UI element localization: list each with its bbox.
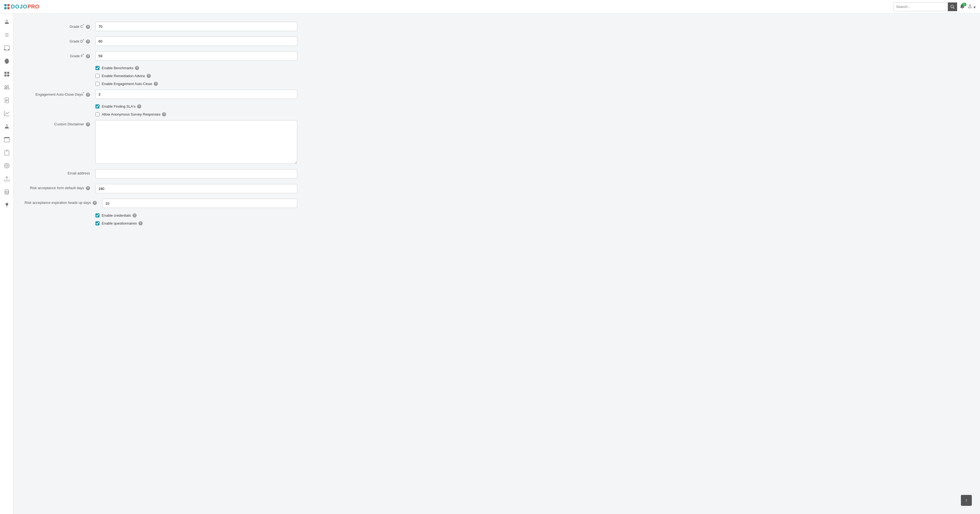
enable-credentials-checkbox[interactable] bbox=[95, 213, 100, 217]
grade-c-label: Grade C* ? bbox=[25, 22, 95, 29]
sidebar-item-dashboard[interactable] bbox=[3, 18, 11, 25]
risk-days-group: Risk acceptance form default days ? bbox=[25, 184, 297, 193]
brand: DOJO PRO bbox=[4, 3, 39, 10]
enable-sla-group: Enable Finding SLA's ? bbox=[25, 105, 297, 108]
sidebar bbox=[0, 14, 14, 514]
user-menu-button[interactable]: ▾ bbox=[967, 4, 976, 10]
logo-squares bbox=[4, 4, 10, 10]
sidebar-item-calendar[interactable] bbox=[3, 136, 11, 143]
sidebar-item-team[interactable] bbox=[3, 83, 11, 91]
email-group: Email address bbox=[25, 169, 297, 179]
sidebar-item-user[interactable] bbox=[3, 123, 11, 130]
allow-anonymous-help-icon[interactable]: ? bbox=[162, 112, 166, 116]
enable-benchmarks-group: Enable Benchmarks ? bbox=[25, 66, 297, 70]
enable-remediation-checkbox[interactable] bbox=[95, 74, 100, 78]
grade-d-label: Grade D* ? bbox=[25, 36, 95, 44]
enable-benchmarks-help-icon[interactable]: ? bbox=[135, 66, 139, 70]
enable-remediation-label: Enable Remediation Advice bbox=[102, 74, 145, 78]
risk-days-input[interactable] bbox=[95, 184, 297, 193]
search-container bbox=[893, 2, 957, 11]
navbar-right: 0 ▾ bbox=[893, 2, 976, 11]
engagement-days-group: Engagement Auto-Close Days* ? bbox=[25, 90, 297, 99]
enable-questionnaires-help-icon[interactable]: ? bbox=[138, 221, 143, 225]
enable-benchmarks-label: Enable Benchmarks bbox=[102, 66, 133, 70]
sidebar-item-analytics[interactable] bbox=[3, 109, 11, 117]
logo-sq-teal-2 bbox=[4, 7, 6, 9]
risk-expiry-group: Risk acceptance expiration heads up days… bbox=[25, 199, 297, 208]
enable-remediation-group: Enable Remediation Advice ? bbox=[25, 74, 297, 78]
enable-sla-help-icon[interactable]: ? bbox=[137, 105, 141, 108]
logo: DOJO PRO bbox=[4, 3, 39, 10]
engagement-days-input[interactable] bbox=[95, 90, 297, 99]
enable-benchmarks-checkbox[interactable] bbox=[95, 66, 100, 70]
grade-d-group: Grade D* ? bbox=[25, 36, 297, 46]
notification-badge: 0 bbox=[962, 3, 966, 6]
enable-auto-close-checkbox[interactable] bbox=[95, 82, 100, 86]
risk-days-help-icon[interactable]: ? bbox=[86, 186, 90, 190]
custom-disclaimer-textarea[interactable] bbox=[95, 120, 297, 164]
risk-expiry-help-icon[interactable]: ? bbox=[93, 201, 97, 205]
search-button[interactable] bbox=[948, 2, 957, 11]
custom-disclaimer-label: Custom Disclaimer ? bbox=[25, 120, 95, 127]
notifications-button[interactable]: 0 bbox=[960, 4, 965, 10]
custom-disclaimer-help-icon[interactable]: ? bbox=[86, 122, 90, 127]
sidebar-item-plugin[interactable] bbox=[3, 201, 11, 209]
engagement-days-help-icon[interactable]: ? bbox=[86, 93, 90, 97]
sidebar-item-reports[interactable] bbox=[3, 97, 11, 104]
logo-sq-teal-1 bbox=[4, 4, 6, 6]
main-content: Grade C* ? Grade D* ? Grade F* ? Enable … bbox=[14, 14, 980, 514]
enable-credentials-label: Enable credentials bbox=[102, 213, 131, 217]
grade-f-input[interactable] bbox=[95, 51, 297, 60]
enable-credentials-group: Enable credentials ? bbox=[25, 213, 297, 217]
sidebar-item-settings[interactable] bbox=[3, 162, 11, 170]
enable-auto-close-help-icon[interactable]: ? bbox=[154, 82, 158, 86]
grade-f-group: Grade F* ? bbox=[25, 51, 297, 60]
risk-expiry-label: Risk acceptance expiration heads up days… bbox=[25, 199, 102, 205]
grade-f-label: Grade F* ? bbox=[25, 51, 95, 58]
logo-pro-text: PRO bbox=[27, 3, 39, 10]
logo-sq-red-1 bbox=[7, 4, 10, 6]
enable-auto-close-label: Enable Engagement Auto-Close bbox=[102, 82, 152, 86]
enable-remediation-help-icon[interactable]: ? bbox=[147, 74, 151, 78]
sidebar-item-bugs[interactable] bbox=[3, 57, 11, 65]
logo-sq-red-2 bbox=[7, 7, 10, 9]
search-icon bbox=[951, 5, 955, 9]
risk-days-label: Risk acceptance form default days ? bbox=[25, 184, 95, 190]
grade-c-input[interactable] bbox=[95, 22, 297, 31]
logo-dojo-text: DOJO bbox=[11, 3, 27, 10]
email-input[interactable] bbox=[95, 169, 297, 179]
settings-form: Grade C* ? Grade D* ? Grade F* ? Enable … bbox=[25, 22, 297, 225]
allow-anonymous-checkbox[interactable] bbox=[95, 112, 100, 116]
enable-sla-checkbox[interactable] bbox=[95, 105, 100, 108]
sidebar-item-upload[interactable] bbox=[3, 175, 11, 182]
enable-auto-close-group: Enable Engagement Auto-Close ? bbox=[25, 82, 297, 86]
sidebar-item-inbox[interactable] bbox=[3, 44, 11, 52]
grade-d-help-icon[interactable]: ? bbox=[86, 40, 90, 44]
sidebar-item-database[interactable] bbox=[3, 188, 11, 196]
enable-questionnaires-checkbox[interactable] bbox=[95, 221, 100, 225]
user-avatar-icon bbox=[967, 4, 972, 9]
custom-disclaimer-group: Custom Disclaimer ? bbox=[25, 120, 297, 164]
allow-anonymous-label: Allow Anonymous Survey Responses bbox=[102, 112, 160, 116]
search-input[interactable] bbox=[893, 2, 948, 11]
engagement-days-label: Engagement Auto-Close Days* ? bbox=[25, 90, 95, 97]
enable-questionnaires-group: Enable questionnaires ? bbox=[25, 221, 297, 225]
sidebar-item-clipboard[interactable] bbox=[3, 149, 11, 156]
navbar: DOJO PRO 0 ▾ bbox=[0, 0, 980, 14]
allow-anonymous-group: Allow Anonymous Survey Responses ? bbox=[25, 112, 297, 116]
grade-d-input[interactable] bbox=[95, 36, 297, 46]
enable-sla-label: Enable Finding SLA's bbox=[102, 105, 135, 108]
sidebar-item-apps[interactable] bbox=[3, 70, 11, 78]
grade-c-help-icon[interactable]: ? bbox=[86, 25, 90, 29]
email-label: Email address bbox=[25, 169, 95, 175]
enable-credentials-help-icon[interactable]: ? bbox=[132, 213, 137, 217]
risk-expiry-input[interactable] bbox=[102, 199, 297, 208]
sidebar-item-list[interactable] bbox=[3, 31, 11, 39]
grade-c-group: Grade C* ? bbox=[25, 22, 297, 31]
scroll-to-top-button[interactable]: ↑ bbox=[961, 495, 972, 506]
grade-f-help-icon[interactable]: ? bbox=[86, 54, 90, 58]
enable-questionnaires-label: Enable questionnaires bbox=[102, 221, 137, 225]
